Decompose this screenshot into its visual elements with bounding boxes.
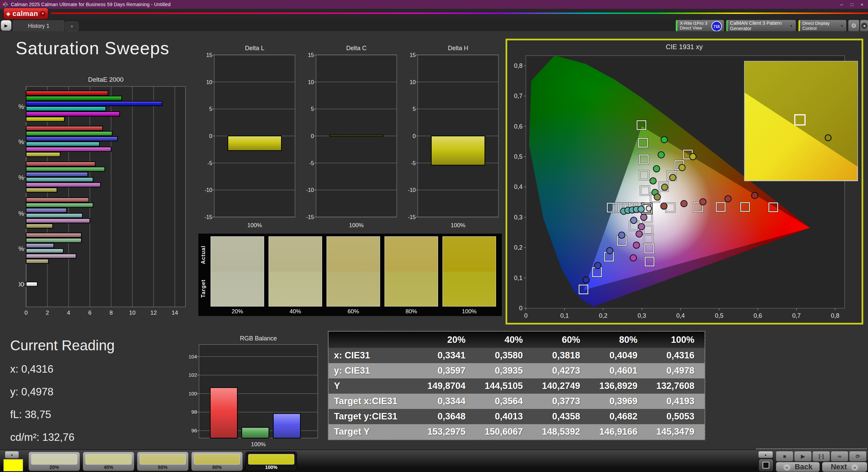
svg-text:40%: 40%	[19, 210, 24, 217]
delta-h-chart[interactable]: Delta H151050-5-10-15100%	[400, 45, 504, 231]
table-cell: 0,4273	[533, 363, 590, 378]
table-row: Target Y153,2975150,6067148,5392146,9166…	[329, 424, 705, 439]
svg-text:Delta L: Delta L	[245, 45, 264, 52]
calman-logo-button[interactable]: ◈ calman ▼	[3, 8, 48, 19]
target-swatch-100%	[443, 272, 496, 307]
page-title: Saturation Sweeps	[16, 38, 170, 58]
bottom-bar: ▲ 20%40%60%80%100% ▲ ■▶[·]∞⟳ « Back Next…	[0, 450, 868, 472]
deltae-2000-chart[interactable]: DeltaE 200002468101214100%80%60%40%20%10…	[19, 76, 193, 319]
tab-history-1[interactable]: History 1	[13, 20, 64, 32]
svg-text:0,7: 0,7	[514, 93, 522, 99]
table-row-label: Target y:CIE31	[329, 409, 418, 424]
svg-text:0,8: 0,8	[514, 62, 522, 69]
svg-text:0: 0	[524, 312, 528, 319]
stop-icon: ■	[783, 453, 786, 459]
collapse-panel-button[interactable]: ◀	[860, 20, 868, 32]
pattern-swatch-color	[85, 454, 132, 465]
continuous-measure-button[interactable]: ∞	[831, 451, 848, 461]
pattern-options-button[interactable]: ▲	[5, 451, 19, 458]
delta-c-chart[interactable]: Delta C151050-5-10-15100%	[298, 45, 402, 231]
play-button[interactable]: ▶	[794, 451, 812, 461]
table-header-cell	[329, 332, 418, 348]
expand-sidebar-button[interactable]: ▶	[1, 20, 12, 31]
nav-options-button[interactable]: ▲	[758, 451, 773, 458]
gear-icon: ⚙	[851, 22, 856, 29]
svg-text:100%: 100%	[451, 222, 465, 229]
swatch-column-80%: 80%	[384, 236, 438, 315]
table-cell: 140,2749	[533, 378, 590, 394]
pattern-swatch-20%[interactable]: 20%	[28, 452, 80, 471]
close-icon[interactable]: ×	[861, 2, 863, 7]
actual-target-swatch-panel: ActualTarget20%40%60%80%100%	[198, 234, 502, 316]
svg-text:14: 14	[172, 310, 178, 316]
tab-bar: ▶ History 1 + X-Rite i1Pro 3 Direct View…	[0, 19, 868, 31]
svg-text:100%: 100%	[349, 222, 363, 229]
table-cell: 0,3773	[533, 394, 590, 409]
svg-text:-10: -10	[204, 187, 212, 193]
chevron-left-icon: ◀	[861, 23, 867, 29]
table-cell: 0,4049	[590, 348, 648, 363]
svg-text:DeltaE 2000: DeltaE 2000	[88, 76, 124, 83]
swatch-column-label: 80%	[384, 307, 438, 315]
nav-divider	[756, 449, 867, 449]
cie-1931-panel[interactable]: CIE 1931 xy00,10,20,30,40,50,60,70,800,1…	[506, 39, 863, 324]
svg-text:10: 10	[206, 79, 212, 85]
back-button[interactable]: « Back	[776, 462, 820, 472]
swatch-row-label-target: Target	[199, 272, 208, 306]
svg-text:-15: -15	[306, 214, 314, 220]
table-row-label: Target x:CIE31	[329, 394, 418, 409]
svg-text:10: 10	[308, 79, 314, 85]
stop-square-icon	[763, 462, 769, 469]
pattern-swatch-color	[194, 454, 240, 465]
pattern-swatch-60%[interactable]: 60%	[137, 452, 189, 471]
svg-text:100%: 100%	[19, 103, 24, 110]
pattern-swatch-40%[interactable]: 40%	[83, 452, 134, 471]
refresh-button[interactable]: ⟳	[849, 451, 867, 461]
svg-text:-15: -15	[408, 214, 416, 220]
table-cell: 0,3648	[418, 409, 476, 424]
chevron-up-icon: ▲	[764, 453, 767, 456]
swatch-column-label: 40%	[269, 307, 322, 315]
table-cell: 0,3597	[418, 363, 476, 378]
stop-button[interactable]: ■	[776, 451, 793, 461]
maximize-icon[interactable]: □	[851, 2, 853, 7]
target-swatch-60%	[327, 272, 380, 307]
reading-fl: fL: 38,75	[10, 409, 115, 421]
svg-text:0,7: 0,7	[792, 312, 801, 319]
pattern-swatch-80%[interactable]: 80%	[191, 452, 243, 471]
next-button[interactable]: Next »	[822, 462, 867, 472]
svg-text:-10: -10	[408, 187, 416, 193]
rgb-balance-chart[interactable]: RGB Balance9698100102104100%	[185, 336, 320, 448]
table-cell: 146,9166	[590, 424, 648, 439]
display-control-dropdown[interactable]: Direct Display Control ▼	[798, 20, 847, 32]
svg-text:20%: 20%	[19, 245, 24, 252]
chevron-down-icon: ▼	[790, 24, 793, 28]
svg-text:0,1: 0,1	[514, 275, 522, 281]
delta-l-chart[interactable]: Delta L151050-5-10-15100%	[197, 45, 300, 231]
svg-text:0,4: 0,4	[676, 312, 685, 319]
table-cell: 0,4358	[533, 409, 590, 424]
add-tab-button[interactable]: +	[65, 21, 79, 31]
svg-text:0,5: 0,5	[514, 153, 522, 160]
meter-dropdown[interactable]: X-Rite i1Pro 3 Direct View 715	[675, 20, 724, 32]
table-cell: 0,3344	[418, 394, 476, 409]
minimize-icon[interactable]: ─	[840, 2, 843, 7]
table-row-label: y: CIE31	[329, 363, 418, 378]
stop-pattern-button[interactable]	[758, 458, 774, 472]
current-reading-title: Current Reading	[10, 337, 115, 354]
window-titlebar: Calman 2025 Calman Ultimate for Business…	[0, 0, 868, 9]
swatch-column-label: 100%	[442, 307, 496, 315]
svg-text:-5: -5	[309, 160, 314, 166]
table-cell: 132,7608	[648, 378, 705, 394]
table-cell: 0,4978	[648, 363, 705, 378]
single-measure-button[interactable]: [·]	[812, 451, 830, 461]
swatch-column-label: 20%	[211, 307, 264, 315]
target-swatch-20%	[211, 272, 264, 307]
menu-bar: ◈ calman ▼	[0, 9, 868, 19]
pattern-swatch-100%[interactable]: 100%	[245, 452, 297, 471]
table-header-cell: 60%	[533, 332, 590, 348]
svg-text:100%: 100%	[251, 441, 265, 448]
pattern-generator-dropdown[interactable]: CalMAN Client 3 Pattern Generator ▼	[726, 20, 796, 32]
meter-count-badge[interactable]: 715	[711, 21, 722, 32]
settings-button[interactable]: ⚙	[848, 20, 860, 32]
